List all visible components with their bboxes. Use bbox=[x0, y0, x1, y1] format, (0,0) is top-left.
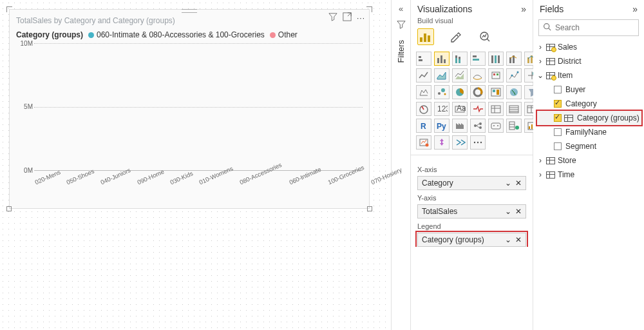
viz-type-tile[interactable] bbox=[434, 85, 450, 99]
table-node[interactable]: ›Store bbox=[537, 153, 641, 168]
drag-handle[interactable] bbox=[182, 9, 197, 13]
viz-type-tile[interactable] bbox=[470, 68, 486, 82]
viz-type-tile[interactable] bbox=[470, 85, 486, 99]
viz-type-tile[interactable] bbox=[416, 68, 431, 82]
fields-search[interactable] bbox=[538, 19, 639, 36]
viz-type-tile[interactable]: 123 bbox=[434, 102, 450, 116]
svg-rect-12 bbox=[459, 59, 460, 63]
svg-point-64 bbox=[544, 24, 549, 29]
viz-type-tile[interactable] bbox=[488, 52, 504, 66]
analytics-tab[interactable] bbox=[477, 28, 493, 45]
remove-field-icon[interactable]: ✕ bbox=[515, 207, 522, 216]
svg-point-31 bbox=[444, 93, 446, 95]
svg-point-51 bbox=[493, 125, 495, 126]
svg-point-26 bbox=[511, 75, 513, 77]
viz-type-tile[interactable] bbox=[416, 52, 431, 66]
legend-well-label: Legend bbox=[417, 222, 526, 230]
viz-type-tile[interactable] bbox=[488, 68, 504, 82]
svg-point-48 bbox=[479, 122, 482, 125]
field-item[interactable]: FamilyNane bbox=[537, 125, 641, 139]
x-axis: 020-Mens050-Shoes040-Juniors090-Home030-… bbox=[16, 171, 363, 182]
filter-icon[interactable] bbox=[328, 12, 337, 23]
remove-field-icon[interactable]: ✕ bbox=[515, 179, 522, 188]
svg-rect-17 bbox=[495, 55, 497, 63]
chart-legend: Category (groups) 060-Intimate & 080-Acc… bbox=[16, 30, 363, 39]
chart-title: TotalSales by Category and Category (gro… bbox=[16, 16, 363, 25]
checkbox-icon[interactable] bbox=[554, 142, 562, 150]
checkbox-checked-icon[interactable] bbox=[554, 114, 562, 122]
viz-type-tile[interactable] bbox=[506, 52, 522, 66]
format-visual-tab[interactable] bbox=[447, 28, 464, 45]
svg-rect-11 bbox=[455, 55, 457, 58]
filters-rail-icon bbox=[397, 20, 406, 31]
field-item[interactable]: Buyer bbox=[537, 82, 641, 97]
viz-type-tile[interactable] bbox=[416, 102, 431, 116]
xaxis-well[interactable]: Category⌄✕ bbox=[417, 176, 526, 190]
viz-type-tile[interactable] bbox=[488, 102, 504, 116]
viz-type-tile[interactable] bbox=[416, 85, 431, 99]
viz-type-tile[interactable] bbox=[434, 68, 450, 82]
viz-type-tile[interactable] bbox=[506, 68, 522, 82]
report-canvas[interactable]: ··· TotalSales by Category and Category … bbox=[0, 0, 392, 330]
viz-type-tile[interactable] bbox=[452, 85, 468, 99]
table-icon bbox=[546, 58, 555, 65]
collapse-viz-icon[interactable]: » bbox=[521, 4, 526, 14]
table-node[interactable]: ⌄Item bbox=[537, 68, 641, 82]
viz-type-tile[interactable] bbox=[452, 135, 468, 150]
field-item[interactable]: Category bbox=[537, 97, 641, 111]
collapse-fields-icon[interactable]: » bbox=[632, 4, 638, 14]
yaxis-well[interactable]: TotalSales⌄✕ bbox=[417, 204, 526, 218]
viz-type-tile[interactable] bbox=[452, 52, 468, 66]
svg-rect-5 bbox=[419, 56, 421, 58]
expand-filters-icon[interactable]: « bbox=[399, 4, 403, 14]
viz-type-tile[interactable] bbox=[434, 135, 450, 150]
svg-point-54 bbox=[515, 126, 519, 130]
viz-type-tile[interactable] bbox=[452, 119, 468, 133]
viz-type-tile[interactable] bbox=[506, 102, 522, 116]
svg-rect-53 bbox=[509, 122, 515, 130]
field-item[interactable]: Segment bbox=[537, 139, 641, 153]
more-options-icon[interactable]: ··· bbox=[357, 14, 365, 23]
viz-type-tile[interactable] bbox=[470, 119, 486, 133]
focus-mode-icon[interactable] bbox=[343, 12, 352, 23]
chevron-down-icon[interactable]: ⌄ bbox=[505, 179, 511, 188]
viz-type-tile[interactable] bbox=[488, 85, 504, 99]
table-icon bbox=[546, 157, 555, 164]
viz-type-tile[interactable] bbox=[452, 68, 468, 82]
table-icon bbox=[546, 72, 555, 79]
table-node[interactable]: ›District bbox=[537, 54, 641, 68]
viz-type-tile[interactable]: Py bbox=[434, 119, 450, 133]
svg-rect-42 bbox=[491, 106, 500, 113]
svg-rect-57 bbox=[531, 124, 533, 129]
field-item[interactable]: Category (groups) bbox=[537, 111, 641, 125]
svg-point-27 bbox=[517, 72, 519, 73]
checkbox-icon[interactable] bbox=[554, 128, 562, 136]
viz-type-tile[interactable] bbox=[470, 102, 486, 116]
viz-type-tile[interactable] bbox=[416, 135, 431, 150]
viz-type-tile[interactable] bbox=[470, 135, 486, 150]
xaxis-well-label: X-axis bbox=[417, 166, 526, 173]
chevron-down-icon[interactable]: ⌄ bbox=[505, 235, 511, 244]
viz-type-tile[interactable] bbox=[506, 119, 522, 133]
viz-type-tile[interactable]: Aa bbox=[452, 102, 468, 116]
table-node[interactable]: ›Sales bbox=[537, 40, 641, 54]
table-node[interactable]: ›Time bbox=[537, 168, 641, 182]
bar-chart-visual[interactable]: ··· TotalSales by Category and Category … bbox=[9, 9, 370, 209]
remove-field-icon[interactable]: ✕ bbox=[515, 235, 522, 244]
checkbox-checked-icon[interactable] bbox=[554, 100, 562, 108]
svg-point-61 bbox=[474, 142, 475, 143]
svg-rect-3 bbox=[428, 35, 430, 42]
checkbox-icon[interactable] bbox=[554, 86, 562, 93]
viz-type-tile[interactable] bbox=[434, 52, 450, 66]
legend-well[interactable]: Category (groups)⌄✕ bbox=[417, 233, 526, 247]
viz-type-tile[interactable] bbox=[470, 52, 486, 66]
visualization-type-grid: 123AaRPy bbox=[411, 52, 533, 155]
svg-point-52 bbox=[497, 125, 498, 126]
viz-type-tile[interactable] bbox=[488, 119, 504, 133]
svg-text:123: 123 bbox=[437, 104, 448, 113]
viz-type-tile[interactable] bbox=[506, 85, 522, 99]
chevron-down-icon[interactable]: ⌄ bbox=[505, 207, 511, 216]
search-input[interactable] bbox=[555, 23, 644, 32]
viz-type-tile[interactable]: R bbox=[416, 119, 431, 133]
build-visual-tab[interactable] bbox=[417, 28, 434, 45]
